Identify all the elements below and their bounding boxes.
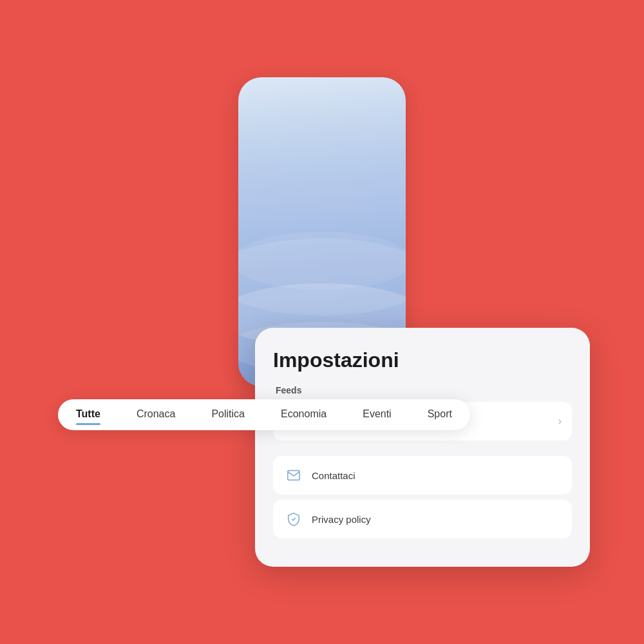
tab-economia[interactable]: Economia	[281, 408, 327, 422]
scene: Impostazioni Feeds Gestisci i feed di no…	[109, 77, 535, 567]
feeds-section-label: Feeds	[273, 385, 572, 395]
tab-sport[interactable]: Sport	[428, 408, 452, 422]
privacy-menu-item[interactable]: Privacy policy	[273, 500, 572, 538]
settings-title: Impostazioni	[273, 348, 572, 372]
tab-politica[interactable]: Politica	[211, 408, 245, 422]
tab-cronaca[interactable]: Cronaca	[137, 408, 175, 422]
contact-item-label: Contattaci	[312, 470, 562, 481]
tab-tutte[interactable]: Tutte	[76, 408, 100, 422]
tab-eventi[interactable]: Eventi	[363, 408, 391, 422]
contact-menu-item[interactable]: Contattaci	[273, 456, 572, 495]
settings-panel: Impostazioni Feeds Gestisci i feed di no…	[255, 328, 590, 567]
tab-bar: Tutte Cronaca Politica Economia Eventi S…	[58, 399, 470, 430]
shield-icon	[283, 509, 304, 529]
feeds-chevron-icon: ›	[558, 415, 562, 427]
privacy-item-label: Privacy policy	[312, 514, 562, 525]
contact-icon	[283, 465, 304, 486]
contact-svg	[287, 468, 301, 482]
shield-svg	[287, 512, 301, 526]
